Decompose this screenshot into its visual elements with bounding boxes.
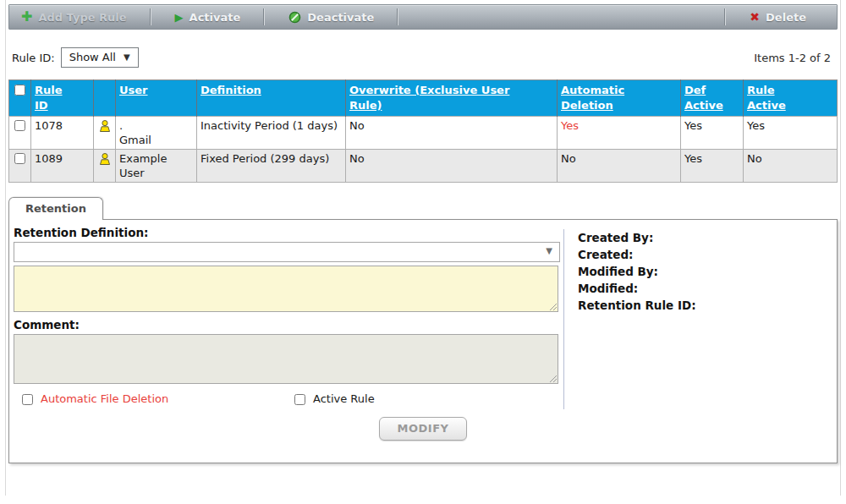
retention-detail-panel: Retention Definition: ▼ Comment: Automat… — [8, 219, 838, 463]
checkbox-row: Automatic File Deletion Active Rule — [14, 392, 563, 405]
retention-definition-select[interactable]: ▼ — [14, 242, 560, 262]
comment-field[interactable] — [14, 334, 558, 384]
add-icon: ✚ — [21, 10, 32, 24]
table-row[interactable]: 1078 . Gmail Inactivity Period (1 days) … — [9, 117, 838, 150]
col-header-rule-active: Rule Active — [744, 80, 838, 117]
created-by-label: Created By: — [578, 229, 696, 246]
retention-definition-detail-field[interactable] — [14, 266, 558, 312]
automatic-deletion-cell: Yes — [558, 117, 681, 150]
modified-label: Modified: — [578, 280, 696, 297]
select-all-header — [9, 80, 31, 117]
activate-icon: ▶ — [175, 11, 184, 24]
rule-id-filter-select[interactable]: Show All ▼ — [61, 47, 139, 68]
activate-button[interactable]: ▶ Activate — [163, 5, 253, 29]
rule-id-cell: 1089 — [31, 150, 94, 183]
table-header-row: Rule ID User Definition Overwrite (Exclu… — [9, 80, 838, 117]
toolbar-separator — [725, 8, 726, 25]
created-label: Created: — [578, 246, 696, 263]
select-all-checkbox[interactable] — [14, 85, 25, 96]
activate-label: Activate — [190, 11, 241, 24]
toolbar-separator — [398, 8, 398, 25]
col-header-definition: Definition — [197, 80, 346, 117]
col-header-user-icon — [94, 80, 116, 117]
resize-handle[interactable] — [548, 374, 557, 382]
deactivate-label: Deactivate — [307, 11, 374, 24]
deactivate-icon — [288, 11, 301, 24]
row-select-cell — [9, 117, 31, 150]
col-header-rule-id-link[interactable]: Rule ID — [35, 83, 75, 113]
col-header-user-link[interactable]: User — [119, 83, 193, 98]
add-type-rule-label: Add Type Rule — [38, 11, 126, 24]
chevron-down-icon: ▼ — [546, 246, 552, 255]
user-icon-cell — [94, 150, 116, 183]
col-header-rule-active-link[interactable]: Rule Active — [747, 83, 791, 113]
rule-active-cell: No — [744, 150, 838, 183]
delete-icon: ✖ — [750, 10, 760, 24]
rule-active-cell: Yes — [744, 117, 838, 150]
user-icon — [98, 152, 112, 166]
retention-rule-id-label: Retention Rule ID: — [578, 297, 696, 314]
delete-label: Delete — [766, 11, 806, 24]
col-header-def-active: Def Active — [681, 80, 744, 117]
col-header-def-active-link[interactable]: Def Active — [684, 83, 728, 113]
rules-table: Rule ID User Definition Overwrite (Exclu… — [8, 79, 838, 183]
col-header-user: User — [116, 80, 197, 117]
table-row[interactable]: 1089 Example User Fixed Period (299 days… — [9, 150, 838, 183]
user-icon-cell — [94, 117, 116, 150]
row-select-cell — [9, 150, 31, 183]
active-rule-option[interactable]: Active Rule — [293, 392, 375, 405]
col-header-rule-id: Rule ID — [31, 80, 94, 117]
deactivate-button[interactable]: Deactivate — [277, 5, 386, 29]
chevron-down-icon: ▼ — [124, 52, 130, 62]
rule-id-filter-label: Rule ID: — [12, 52, 55, 64]
col-header-overwrite-link[interactable]: Overwrite (Exclusive User Rule) — [349, 83, 523, 113]
filter-row: Rule ID: Show All ▼ Items 1-2 of 2 — [12, 47, 833, 68]
user-cell: Example User — [116, 150, 197, 183]
tab-retention[interactable]: Retention — [8, 197, 103, 220]
active-rule-label: Active Rule — [313, 392, 375, 405]
automatic-deletion-cell: No — [558, 150, 681, 183]
content-frame: ✚ Add Type Rule ▶ Activate Deactivate ✖ … — [5, 0, 841, 496]
def-active-cell: Yes — [681, 117, 744, 150]
user-cell: . Gmail — [116, 117, 197, 150]
overwrite-cell: No — [346, 117, 558, 150]
overwrite-cell: No — [346, 150, 558, 183]
delete-button[interactable]: ✖ Delete — [738, 5, 837, 29]
user-icon — [98, 119, 112, 133]
comment-label: Comment: — [14, 318, 563, 331]
retention-definition-label: Retention Definition: — [14, 226, 563, 239]
toolbar: ✚ Add Type Rule ▶ Activate Deactivate ✖ … — [8, 4, 838, 30]
modify-button[interactable]: MODIFY — [379, 417, 468, 441]
modified-by-label: Modified By: — [578, 263, 696, 280]
toolbar-separator — [264, 8, 265, 25]
definition-cell: Fixed Period (299 days) — [197, 150, 346, 183]
items-count: Items 1-2 of 2 — [754, 52, 833, 64]
automatic-file-deletion-label: Automatic File Deletion — [41, 392, 168, 405]
active-rule-checkbox[interactable] — [294, 394, 305, 405]
col-header-overwrite: Overwrite (Exclusive User Rule) — [346, 80, 558, 117]
col-header-automatic-deletion-link[interactable]: Automatic Deletion — [561, 83, 641, 113]
automatic-file-deletion-option[interactable]: Automatic File Deletion — [20, 392, 293, 405]
retention-form: Retention Definition: ▼ Comment: Automat… — [9, 220, 563, 409]
automatic-file-deletion-checkbox[interactable] — [22, 394, 33, 405]
col-header-automatic-deletion: Automatic Deletion — [558, 80, 681, 117]
row-checkbox[interactable] — [14, 153, 25, 164]
def-active-cell: Yes — [681, 150, 744, 183]
col-header-definition-link[interactable]: Definition — [201, 83, 342, 98]
row-checkbox[interactable] — [14, 120, 25, 131]
rule-info-panel: Created By: Created: Modified By: Modifi… — [564, 220, 696, 409]
add-type-rule-button[interactable]: ✚ Add Type Rule — [9, 5, 139, 29]
rule-id-cell: 1078 — [31, 117, 94, 150]
rule-id-filter-value: Show All — [69, 51, 116, 63]
toolbar-separator — [151, 8, 151, 25]
definition-cell: Inactivity Period (1 days) — [197, 117, 346, 150]
resize-handle[interactable] — [548, 302, 557, 310]
